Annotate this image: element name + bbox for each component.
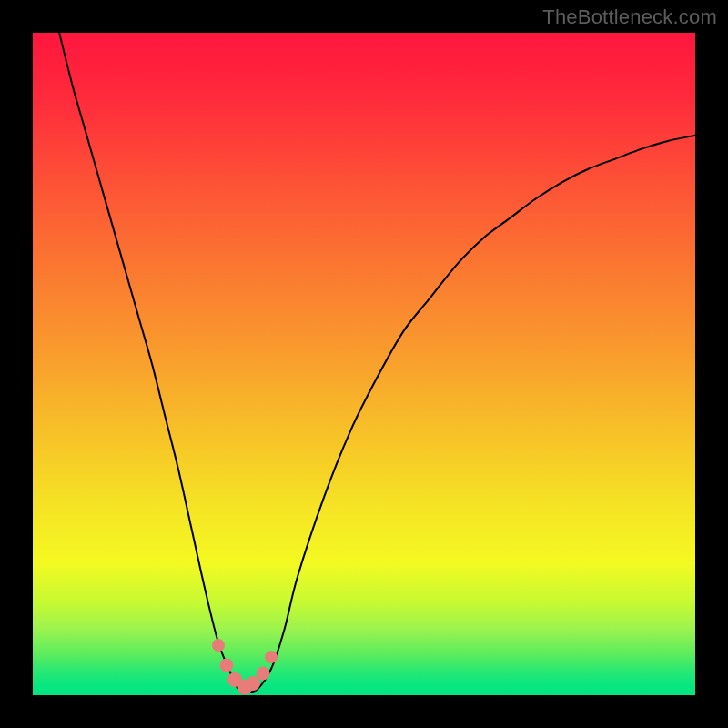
bottleneck-curve bbox=[59, 33, 695, 692]
plot-area bbox=[33, 33, 695, 695]
chart-frame: TheBottleneck.com bbox=[0, 0, 728, 728]
highlight-marker bbox=[219, 659, 233, 672]
highlight-marker bbox=[212, 639, 225, 652]
watermark-text: TheBottleneck.com bbox=[542, 5, 717, 29]
highlight-marker bbox=[257, 666, 270, 680]
curve-layer bbox=[33, 33, 695, 695]
highlight-marker bbox=[265, 651, 278, 663]
